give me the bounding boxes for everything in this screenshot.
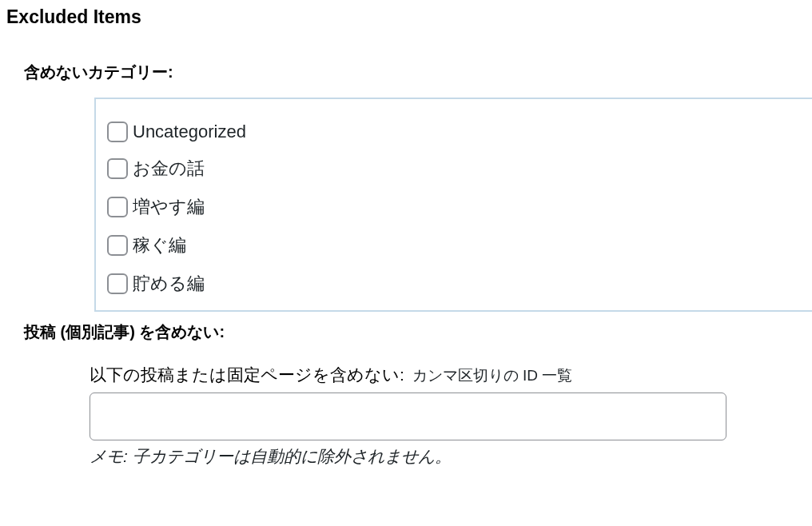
excluded-posts-label: 投稿 (個別記事) を含めない: (24, 321, 812, 343)
note-text: 子カテゴリーは自動的に除外されません。 (128, 447, 452, 465)
category-label[interactable]: Uncategorized (133, 122, 246, 142)
excluded-posts-sublabel-note: カンマ区切りの ID 一覧 (412, 367, 573, 384)
category-item: お金の話 (107, 157, 812, 181)
category-checkbox-save[interactable] (107, 273, 128, 294)
category-checkbox-earn[interactable] (107, 235, 128, 256)
category-checkbox-grow[interactable] (107, 197, 128, 217)
excluded-posts-input[interactable] (90, 393, 726, 440)
category-item: 稼ぐ編 (107, 233, 812, 257)
excluded-posts-note: メモ: 子カテゴリーは自動的に除外されません。 (90, 445, 812, 468)
category-label[interactable]: 稼ぐ編 (133, 233, 186, 257)
note-prefix: メモ: (90, 447, 128, 465)
section-title: Excluded Items (6, 6, 812, 28)
excluded-posts-sublabel-row: 以下の投稿または固定ページを含めない: カンマ区切りの ID 一覧 (90, 364, 812, 386)
category-checkbox-uncategorized[interactable] (107, 122, 128, 142)
category-item: 増やす編 (107, 195, 812, 219)
category-box: Uncategorized お金の話 増やす編 稼ぐ編 貯める編 (94, 98, 812, 312)
category-label[interactable]: お金の話 (133, 157, 205, 181)
category-label[interactable]: 貯める編 (133, 272, 205, 296)
category-checkbox-money-talk[interactable] (107, 158, 128, 179)
category-item: Uncategorized (107, 122, 812, 142)
category-label[interactable]: 増やす編 (133, 195, 205, 219)
category-item: 貯める編 (107, 272, 812, 296)
category-list: Uncategorized お金の話 増やす編 稼ぐ編 貯める編 (107, 122, 812, 296)
excluded-posts-section: 投稿 (個別記事) を含めない: 以下の投稿または固定ページを含めない: カンマ… (6, 321, 812, 468)
excluded-posts-sublabel: 以下の投稿または固定ページを含めない: (90, 365, 404, 384)
excluded-categories-label: 含めないカテゴリー: (24, 62, 812, 83)
